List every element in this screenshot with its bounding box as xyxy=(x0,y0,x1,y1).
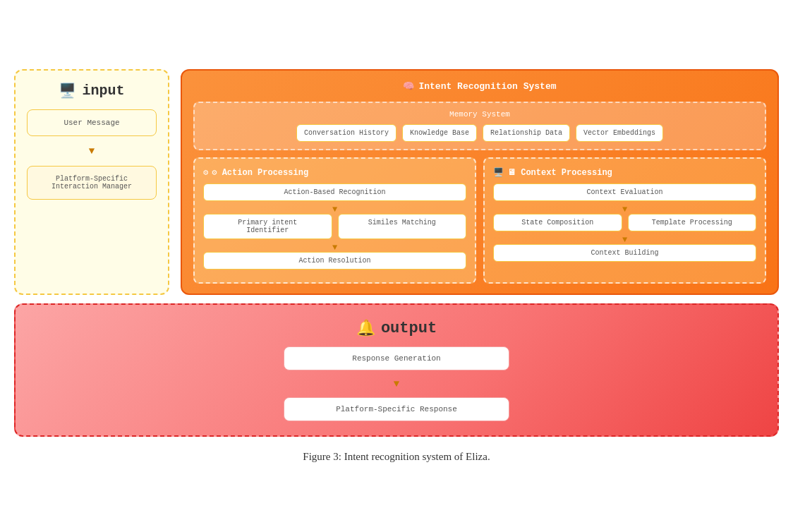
memory-items: Conversation History Knowledge Base Rela… xyxy=(203,124,756,142)
memory-title: Memory System xyxy=(203,110,756,119)
output-panel: 🔔 output Response Generation ▼ Platform-… xyxy=(14,303,779,437)
context-arrow-1: ▼ xyxy=(493,205,756,214)
top-section: 🖥️ input User Message ▼ Platform-Specifi… xyxy=(14,69,779,295)
platform-manager-box: Platform-SpecificInteraction Manager xyxy=(27,166,157,200)
similes-matching-box: Similes Matching xyxy=(338,214,467,239)
input-icon: 🖥️ xyxy=(59,82,76,99)
intent-label: Intent Recognition System xyxy=(418,81,556,92)
state-composition-box: State Composition xyxy=(493,214,622,231)
context-building-box: Context Building xyxy=(493,244,756,262)
context-icon: 🖥️ xyxy=(493,167,504,178)
output-title: 🔔 output xyxy=(356,319,437,338)
primary-intent-box: Primary intentIdentifier xyxy=(203,214,332,239)
main-wrapper: 🖥️ input User Message ▼ Platform-Specifi… xyxy=(14,69,779,463)
output-arrow: ▼ xyxy=(394,379,399,389)
response-generation-box: Response Generation xyxy=(284,346,509,370)
action-recognition-box: Action-Based Recognition xyxy=(203,183,466,201)
action-arrow-1: ▼ xyxy=(203,205,466,214)
memory-item-knowledge: Knowledge Base xyxy=(402,124,477,142)
output-label: output xyxy=(381,320,437,337)
intent-panel: 🧠 Intent Recognition System Memory Syste… xyxy=(181,69,779,295)
output-icon: 🔔 xyxy=(356,319,375,338)
input-arrow-down: ▼ xyxy=(89,146,95,156)
intent-title: 🧠 Intent Recognition System xyxy=(193,80,766,92)
context-processing-panel: 🖥️ 🖥 Context Processing Context Evaluati… xyxy=(483,157,766,284)
action-processing-title: ⚙️ ⚙ Action Processing xyxy=(203,167,466,178)
action-icon: ⚙️ xyxy=(203,167,208,178)
context-arrow-2: ▼ xyxy=(493,236,756,244)
processing-row: ⚙️ ⚙ Action Processing Action-Based Reco… xyxy=(193,157,766,284)
memory-item-vector: Vector Embeddings xyxy=(576,124,663,142)
action-flow-row: Primary intentIdentifier Similes Matchin… xyxy=(203,214,466,239)
action-arrow-2: ▼ xyxy=(203,243,466,252)
memory-system: Memory System Conversation History Knowl… xyxy=(193,102,766,150)
action-resolution-box: Action Resolution xyxy=(203,252,466,270)
intent-icon: 🧠 xyxy=(403,80,414,92)
input-label: input xyxy=(82,83,124,99)
user-message-label: User Message xyxy=(63,119,119,127)
context-evaluation-box: Context Evaluation xyxy=(493,183,756,201)
platform-manager-label: Platform-SpecificInteraction Manager xyxy=(52,175,132,191)
figure-caption: Figure 3: Intent recognition system of E… xyxy=(303,451,490,463)
memory-item-conversation: Conversation History xyxy=(296,124,396,142)
user-message-box: User Message xyxy=(27,109,157,136)
template-processing-box: Template Processing xyxy=(628,214,757,231)
input-title: 🖥️ input xyxy=(59,82,124,99)
context-processing-title: 🖥️ 🖥 Context Processing xyxy=(493,167,756,178)
context-flow-row: State Composition Template Processing xyxy=(493,214,756,231)
action-processing-panel: ⚙️ ⚙ Action Processing Action-Based Reco… xyxy=(193,157,476,284)
memory-item-relationship: Relationship Data xyxy=(483,124,570,142)
platform-response-box: Platform-Specific Response xyxy=(284,397,509,421)
input-panel: 🖥️ input User Message ▼ Platform-Specifi… xyxy=(14,69,169,295)
